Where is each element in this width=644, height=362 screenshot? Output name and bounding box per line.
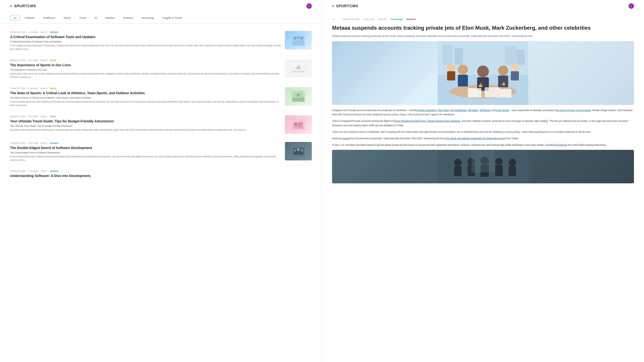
link-owner-accounts[interactable]: the owner of many such accounts: [556, 109, 591, 112]
article-date-4: October 25, 2024: [10, 115, 26, 118]
link-ron-desantis[interactable]: Florida Governor Ron DeSantis: [428, 120, 460, 122]
article-date-5: October 25, 2024: [10, 142, 26, 144]
article-detail-intro: Metaaa suspends accounts tracking privat…: [332, 34, 634, 38]
right-logo-text: SPURTCMS: [336, 4, 358, 8]
left-nav: All Software Healthcare Sports Travel AI…: [0, 12, 322, 24]
svg-point-10: [297, 93, 300, 97]
table-row: October 25, 2024 3 min read views 1 Soft…: [10, 27, 312, 55]
article-image-2: Default Image: [285, 59, 312, 78]
article-title-6[interactable]: Understanding Software: A Dive into Deve…: [10, 174, 312, 178]
article-views-2: views 0: [40, 59, 47, 61]
article-image-svg-4: [292, 119, 305, 130]
svg-point-36: [447, 63, 455, 71]
svg-rect-22: [293, 154, 304, 155]
article-meta-5: October 25, 2024 4 min read views 2 Soft…: [10, 142, 281, 144]
article-image-4: [285, 115, 312, 134]
article-title-1[interactable]: A Critical Examination of Software Tools…: [10, 35, 281, 39]
link-posted[interactable]: posted: [342, 137, 349, 140]
svg-point-52: [495, 158, 502, 165]
link-bill[interactable]: bill: [377, 144, 380, 146]
svg-rect-47: [454, 166, 462, 176]
nav-item-ai[interactable]: AI: [91, 15, 100, 21]
article-second-image-svg: [438, 151, 528, 183]
link-donald-trump[interactable]: former President Donald Trump: [394, 120, 426, 122]
nav-item-weather[interactable]: Weather: [102, 15, 118, 21]
article-meta-3: October 25, 2024 3 min read views 0 Spor…: [10, 87, 281, 89]
svg-rect-44: [500, 89, 512, 97]
article-body-1: In the rapidly evolving landscape of tec…: [10, 44, 281, 51]
svg-rect-43: [485, 87, 500, 97]
svg-rect-55: [509, 166, 516, 176]
article-meta-6: October 25, 2024 5 min read views 0 Soft…: [10, 170, 312, 172]
article-tag-1[interactable]: Software: [50, 31, 58, 33]
nav-item-technology[interactable]: Technology: [138, 15, 158, 21]
article-date-1: October 25, 2024: [10, 31, 26, 33]
article-tag-2[interactable]: Sports: [50, 59, 56, 61]
article-detail-views: views 37: [378, 18, 386, 20]
article-views-1: views 1: [40, 31, 47, 33]
article-meta-4: October 25, 2024 5 min read views 1 Trav…: [10, 115, 281, 118]
article-content-2: October 25, 2024 5 min read views 0 Spor…: [10, 59, 281, 79]
nav-item-travel[interactable]: Travel: [76, 15, 90, 21]
svg-text:👍: 👍: [478, 83, 483, 87]
article-hero-image: 👍 👍: [332, 41, 634, 105]
article-body-para-1: Instagram and Threads accounts that trac…: [332, 108, 634, 117]
article-tag-6[interactable]: Software: [50, 170, 58, 172]
article-detail-tag-robotics[interactable]: Robotics: [406, 18, 416, 20]
svg-point-54: [509, 159, 516, 166]
link-jeff-bezos[interactable]: Jeff Bezos: [480, 109, 490, 112]
article-content-1: October 25, 2024 3 min read views 1 Soft…: [10, 31, 281, 51]
article-read-6: 5 min read: [28, 170, 38, 172]
right-panel: SPURTCMS ☺ ← October 22, 2024 1 min read…: [322, 0, 644, 362]
right-logo: SPURTCMS: [332, 4, 358, 8]
article-date-2: October 25, 2024: [10, 59, 26, 61]
article-subtitle-5: The Double-Edged Sword of Software Devel…: [10, 151, 281, 154]
link-bill-gates[interactable]: Bill Gates: [468, 109, 478, 112]
article-detail-date: October 22, 2024: [343, 18, 360, 20]
article-detail-tag-technology[interactable]: Technology: [390, 18, 402, 20]
nav-item-sports[interactable]: Sports: [60, 15, 74, 21]
article-views-6: views 0: [40, 170, 47, 172]
article-body-para-5: In May, U.S. President Joe Biden signed …: [332, 143, 634, 147]
article-body-5: In the contemporary world, software deve…: [10, 155, 281, 162]
right-logo-lines-icon: [332, 5, 334, 7]
article-detail: ← October 22, 2024 1 min read views 37 T…: [322, 12, 644, 188]
svg-rect-42: [468, 88, 481, 97]
article-tag-3[interactable]: Sports: [50, 87, 56, 89]
link-kylie-jenner[interactable]: Kylie Jenner: [496, 109, 509, 112]
article-title-3[interactable]: The State of Sports: A Critical Look at …: [10, 91, 281, 95]
right-logo-line-1: [332, 5, 334, 5]
link-mark-zuckerberg[interactable]: Mark Zuckerberg: [419, 109, 437, 112]
logo-line-3: [10, 6, 12, 7]
article-title-2[interactable]: The Importance of Sports in Our Lives: [10, 63, 281, 67]
article-tag-5[interactable]: Software: [50, 142, 58, 144]
article-title-4[interactable]: Your Ultimate Travel Guide: Tips for Bud…: [10, 119, 281, 123]
link-kim-kardashian[interactable]: Kim Kardashian: [450, 109, 467, 112]
article-list: October 25, 2024 3 min read views 1 Soft…: [0, 24, 322, 187]
svg-rect-56: [471, 151, 495, 172]
article-read-3: 3 min read: [28, 87, 38, 89]
nav-item-healthcare[interactable]: Healthcare: [40, 15, 59, 21]
svg-rect-27: [505, 46, 516, 65]
back-button[interactable]: ←: [332, 17, 336, 21]
svg-point-21: [300, 149, 303, 151]
nav-item-software[interactable]: Software: [21, 15, 38, 21]
article-tag-4[interactable]: Travel: [50, 115, 56, 118]
left-avatar[interactable]: ☺: [306, 3, 312, 9]
link-elon-musk[interactable]: Elon Musk: [438, 109, 449, 112]
link-through-tips[interactable]: through tips: [555, 144, 567, 146]
left-logo: SPURTCMS: [10, 4, 36, 8]
nav-item-insights[interactable]: Insights & Trends: [159, 15, 186, 21]
article-body-para-2: Links to Instagram/Threads accounts trac…: [332, 119, 634, 127]
right-avatar[interactable]: ☺: [628, 3, 634, 9]
article-body-3: In an era where sports are often relishe…: [10, 100, 281, 107]
article-image-svg-5: [292, 145, 305, 157]
article-subtitle-1: A Critical Examination of Software Tools…: [10, 40, 281, 43]
svg-rect-39: [511, 71, 519, 80]
nav-item-robotics[interactable]: Robotics: [120, 15, 136, 21]
svg-text:👍: 👍: [502, 82, 506, 86]
nav-item-all[interactable]: All: [10, 15, 20, 21]
svg-point-6: [299, 65, 301, 66]
link-elon-jet[interactable]: Elon Musk permanently suspended his @Elo…: [445, 137, 505, 140]
article-title-5[interactable]: The Double-Edged Sword of Software Devel…: [10, 146, 281, 150]
